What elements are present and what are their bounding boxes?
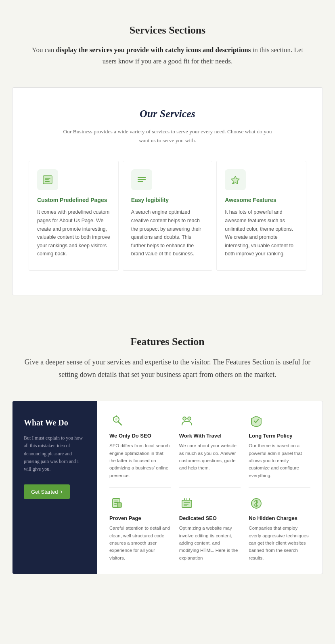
services-heading: Services Sections xyxy=(24,24,311,36)
svg-point-13 xyxy=(183,417,186,420)
svg-rect-17 xyxy=(114,501,118,501)
service-item-awesome-features: Awesome Features It has lots of powerful… xyxy=(216,161,306,271)
easy-legibility-icon xyxy=(131,169,152,190)
svg-point-14 xyxy=(188,417,191,420)
service-item-easy-legibility: Easy legibility A search engine optimize… xyxy=(123,161,213,271)
feature-desc-proven-page: Careful attention to detail and clean, w… xyxy=(109,524,171,562)
svg-line-11 xyxy=(118,422,121,425)
features-left-title: What We Do xyxy=(24,417,86,428)
awesome-features-icon xyxy=(225,169,246,190)
feature-item-no-hidden: No Hidden Charges Companies that employ … xyxy=(249,487,310,562)
services-card: Our Services Our Business provides a wid… xyxy=(12,87,323,295)
feature-item-seo: We Only Do SEO SEO differs from local se… xyxy=(109,413,171,479)
features-section-header: Features Section Give a deeper sense of … xyxy=(0,303,335,393)
service-desc-awesome-features: It has lots of powerful and awesome feat… xyxy=(225,208,298,258)
services-description: You can display the services you provide… xyxy=(24,44,311,67)
features-left-panel: What We Do But I must explain to you how… xyxy=(13,401,97,574)
feature-item-work-travel: Work With Travel We care about your webs… xyxy=(179,413,241,479)
services-card-subtitle: Our Business provides a wide variety of … xyxy=(63,127,272,145)
features-right-grid: We Only Do SEO SEO differs from local se… xyxy=(97,401,322,574)
svg-rect-2 xyxy=(45,179,49,180)
service-title-awesome-features: Awesome Features xyxy=(225,197,298,203)
svg-rect-20 xyxy=(117,503,121,507)
feature-desc-no-hidden: Companies that employ overly aggressive … xyxy=(249,524,310,562)
get-started-button[interactable]: Get Started xyxy=(24,484,70,499)
custom-pages-icon xyxy=(37,169,58,190)
feature-item-proven-page: Proven Page Careful attention to detail … xyxy=(109,487,171,562)
services-desc-bold: display the services you provide with ca… xyxy=(56,46,251,54)
svg-rect-21 xyxy=(182,500,192,507)
svg-rect-1 xyxy=(45,178,50,179)
svg-rect-6 xyxy=(138,181,143,182)
service-item-custom-pages: Custom Predefined Pages It comes with pr… xyxy=(29,161,119,271)
seo-icon xyxy=(109,413,125,429)
service-desc-custom-pages: It comes with predefined custom pages fo… xyxy=(37,208,110,258)
dedicated-seo-icon xyxy=(179,496,195,511)
feature-desc-seo: SEO differs from local search engine opt… xyxy=(109,442,171,479)
feature-title-seo: We Only Do SEO xyxy=(109,433,171,439)
service-desc-easy-legibility: A search engine optimized creative conte… xyxy=(131,208,204,258)
feature-title-proven-page: Proven Page xyxy=(109,515,171,521)
feature-desc-work-travel: We care about your website as much as yo… xyxy=(179,442,241,472)
features-card: What We Do But I must explain to you how… xyxy=(12,401,323,574)
features-left-description: But I must explain to you how all this m… xyxy=(24,434,86,473)
svg-line-10 xyxy=(113,417,114,418)
svg-rect-3 xyxy=(45,181,50,182)
service-title-easy-legibility: Easy legibility xyxy=(131,197,204,203)
long-term-icon xyxy=(249,413,264,429)
svg-rect-4 xyxy=(138,177,146,178)
svg-line-9 xyxy=(118,418,119,419)
services-desc-plain: You can xyxy=(32,46,56,54)
svg-rect-19 xyxy=(114,504,117,505)
svg-rect-5 xyxy=(138,179,146,180)
feature-item-long-term: Long Term Policy Our theme is based on a… xyxy=(249,413,310,479)
feature-title-work-travel: Work With Travel xyxy=(179,433,241,439)
services-card-title: Our Services xyxy=(29,108,306,120)
services-grid: Custom Predefined Pages It comes with pr… xyxy=(29,161,306,271)
no-hidden-icon xyxy=(249,496,264,511)
feature-title-no-hidden: No Hidden Charges xyxy=(249,515,310,521)
work-travel-icon xyxy=(179,413,195,429)
feature-desc-long-term: Our theme is based on a powerful admin p… xyxy=(249,442,310,479)
features-description: Give a deeper sense of your services and… xyxy=(24,356,311,381)
svg-point-12 xyxy=(115,418,117,421)
feature-item-dedicated-seo: Dedicated SEO Optimizing a website may i… xyxy=(179,487,241,562)
feature-title-dedicated-seo: Dedicated SEO xyxy=(179,515,241,521)
features-heading: Features Section xyxy=(24,336,311,348)
feature-title-long-term: Long Term Policy xyxy=(249,433,310,439)
service-title-custom-pages: Custom Predefined Pages xyxy=(37,197,110,203)
services-section-header: Services Sections You can display the se… xyxy=(0,0,335,79)
feature-desc-dedicated-seo: Optimizing a website may involve editing… xyxy=(179,524,241,562)
proven-page-icon xyxy=(109,496,125,511)
